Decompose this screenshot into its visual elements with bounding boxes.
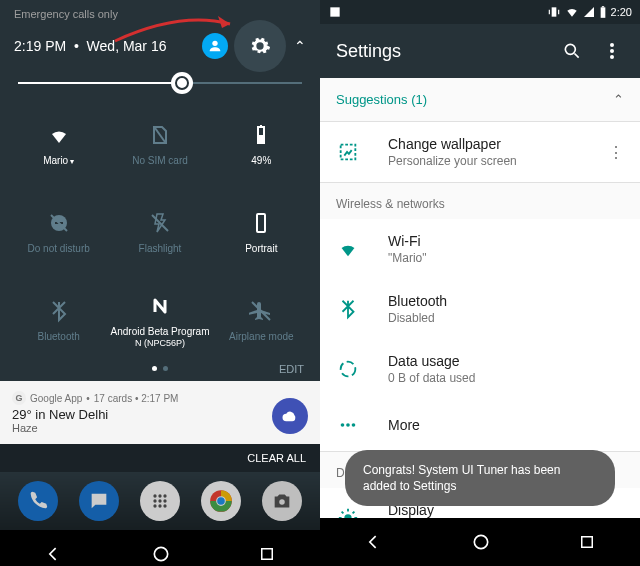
app-bar: Settings	[320, 24, 640, 78]
tile-plane[interactable]: Airplane mode	[211, 278, 312, 362]
svg-point-9	[163, 494, 166, 497]
quick-settings-panel: Emergency calls only 2:19 PM • Wed, Mar …	[0, 0, 320, 566]
tile-dnd[interactable]: Do not disturb	[8, 190, 109, 274]
tile-portrait[interactable]: Portrait	[211, 190, 312, 274]
collapse-icon[interactable]: ⌃	[294, 38, 306, 54]
svg-rect-24	[330, 7, 339, 16]
home-button[interactable]	[151, 544, 171, 564]
section-header: Wireless & networks	[320, 183, 640, 219]
notification-subtitle: Haze	[12, 422, 308, 434]
data-icon	[336, 357, 360, 381]
tile-sim[interactable]: No SIM card	[109, 102, 210, 186]
plane-icon	[247, 297, 275, 325]
svg-point-36	[352, 423, 356, 427]
apps-icon[interactable]	[140, 481, 180, 521]
home-button[interactable]	[471, 532, 491, 552]
messages-icon[interactable]	[79, 481, 119, 521]
battery-icon	[247, 121, 275, 149]
svg-point-10	[153, 499, 156, 502]
camera-icon[interactable]	[262, 481, 302, 521]
svg-point-28	[565, 44, 575, 54]
svg-rect-25	[551, 7, 556, 16]
more-icon	[336, 413, 360, 437]
svg-rect-6	[257, 214, 265, 232]
wifi-icon	[45, 121, 73, 149]
home-dock	[0, 472, 320, 530]
svg-point-14	[158, 504, 161, 507]
svg-point-33	[341, 362, 356, 377]
settings-row-wifi[interactable]: Wi-Fi"Mario"	[320, 219, 640, 279]
vibrate-icon	[547, 5, 561, 19]
nav-bar	[0, 530, 320, 566]
card-menu-icon[interactable]: ⋮	[608, 143, 624, 162]
tile-n[interactable]: Android Beta ProgramN (NPC56P)	[109, 278, 210, 362]
status-clock: 2:20	[611, 6, 632, 18]
flash-icon	[146, 209, 174, 237]
edit-button[interactable]: EDIT	[279, 363, 304, 375]
tile-flash[interactable]: Flashlight	[109, 190, 210, 274]
svg-rect-27	[601, 6, 603, 7]
svg-rect-39	[582, 537, 593, 548]
svg-point-12	[163, 499, 166, 502]
wifi-icon	[565, 5, 579, 19]
search-button[interactable]	[560, 39, 584, 63]
overflow-button[interactable]	[600, 39, 624, 63]
status-bar: 2:20	[320, 0, 640, 24]
tiles-grid: Mario▾No SIM card49%Do not disturbFlashl…	[0, 102, 320, 362]
wallpaper-icon	[336, 140, 360, 164]
dnd-icon	[45, 209, 73, 237]
settings-row-data[interactable]: Data usage0 B of data used	[320, 339, 640, 399]
suggestion-card[interactable]: Change wallpaperPersonalize your screen …	[320, 122, 640, 183]
page-title: Settings	[336, 41, 544, 62]
brightness-slider[interactable]	[0, 70, 320, 102]
svg-point-15	[163, 504, 166, 507]
phone-icon[interactable]	[18, 481, 58, 521]
signal-icon	[583, 6, 595, 18]
svg-point-35	[346, 423, 350, 427]
svg-point-8	[158, 494, 161, 497]
tile-battery[interactable]: 49%	[211, 102, 312, 186]
clear-all-button[interactable]: CLEAR ALL	[0, 444, 320, 472]
svg-point-29	[610, 43, 614, 47]
page-indicator: EDIT	[0, 362, 320, 381]
tile-bt[interactable]: Bluetooth	[8, 278, 109, 362]
n-icon	[146, 292, 174, 320]
portrait-icon	[247, 209, 275, 237]
wifi-icon	[336, 237, 360, 261]
annotation-arrow	[110, 6, 250, 46]
back-button[interactable]	[364, 532, 384, 552]
google-icon: G	[12, 391, 26, 405]
svg-rect-26	[600, 7, 605, 17]
weather-fab[interactable]	[272, 398, 308, 434]
screenshot-icon	[328, 5, 342, 19]
notification-title: 29° in New Delhi	[12, 407, 308, 422]
svg-point-38	[474, 535, 487, 548]
recents-button[interactable]	[258, 545, 276, 563]
suggestions-header[interactable]: Suggestions (1)⌃	[320, 78, 640, 122]
battery-icon	[599, 5, 607, 19]
svg-rect-23	[262, 549, 273, 560]
notification-card[interactable]: GGoogle App•17 cards • 2:17 PM 29° in Ne…	[0, 381, 320, 444]
bt-icon	[336, 297, 360, 321]
chrome-icon[interactable]	[201, 481, 241, 521]
svg-point-30	[610, 49, 614, 53]
nav-bar	[320, 518, 640, 566]
svg-point-7	[153, 494, 156, 497]
svg-point-11	[158, 499, 161, 502]
svg-rect-3	[260, 125, 262, 127]
recents-button[interactable]	[578, 533, 596, 551]
svg-point-21	[279, 499, 285, 505]
svg-point-31	[610, 55, 614, 59]
settings-screen: 2:20 Settings Suggestions (1)⌃ Change wa…	[320, 0, 640, 566]
settings-row-bt[interactable]: BluetoothDisabled	[320, 279, 640, 339]
toast-message: Congrats! System UI Tuner has been added…	[345, 450, 615, 506]
brightness-icon	[171, 72, 193, 94]
svg-point-22	[154, 547, 167, 560]
chevron-up-icon: ⌃	[613, 92, 624, 107]
svg-point-34	[341, 423, 345, 427]
back-button[interactable]	[44, 544, 64, 564]
tile-wifi[interactable]: Mario▾	[8, 102, 109, 186]
settings-row-more[interactable]: More	[320, 399, 640, 451]
sim-icon	[146, 121, 174, 149]
svg-point-13	[153, 504, 156, 507]
